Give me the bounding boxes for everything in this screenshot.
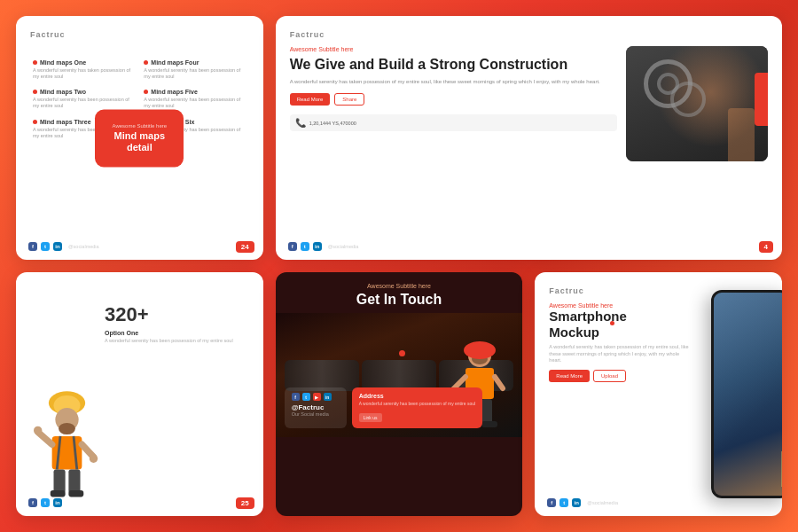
slide4-subtitle: Awesome Subtitle here	[290, 283, 509, 289]
center-title: Mind maps detail	[100, 129, 178, 153]
slide-number: 4	[759, 241, 773, 253]
slide-construction: Factruc Awesome Subtitle here We Give an…	[276, 16, 782, 260]
slide5-subtitle: Awesome Subtitle here	[549, 302, 692, 309]
map-title: Mind maps One	[33, 59, 135, 66]
svg-line-24	[495, 377, 503, 388]
svg-rect-9	[51, 490, 66, 497]
social-contact-card: f t ▶ in @Factruc Our Social media	[285, 387, 347, 428]
slide2-subtitle: Awesome Subtitle here	[290, 46, 617, 52]
slide-worker-stats: 320+ Option One A wonderful serenity has…	[16, 272, 263, 516]
slide-number: 25	[236, 497, 254, 509]
svg-rect-7	[54, 469, 66, 492]
phone-mockup	[711, 290, 782, 498]
linkedin-icon: in	[53, 498, 62, 507]
crane-silhouette	[781, 451, 782, 487]
button-group: Read More Share	[290, 93, 617, 106]
map-title: Mind maps Five	[144, 89, 246, 95]
share-button[interactable]: Share	[334, 93, 364, 106]
slide-smartphone: Factruc Awesome Subtitle here Smartphone…	[535, 272, 782, 516]
read-more-button[interactable]: Read More	[549, 370, 590, 382]
address-desc: A wonderful serenity has been possession…	[359, 401, 475, 407]
social-icons-row: f t in @socialmedia	[28, 242, 99, 251]
svg-point-14	[90, 454, 98, 462]
worker-silhouette	[728, 108, 755, 161]
social-icons-row: f t ▶ in	[292, 393, 340, 401]
phone-screen	[714, 293, 782, 496]
facebook-icon: f	[292, 393, 300, 401]
address-card: Address A wonderful serenity has been po…	[352, 387, 482, 428]
option-label: Option One	[105, 330, 254, 336]
social-icons-row: f t in @socialmedia	[547, 498, 618, 507]
map-desc: A wonderful serenity has been possession…	[33, 97, 135, 109]
social-sub: Our Social media	[292, 411, 340, 417]
svg-point-17	[464, 341, 496, 359]
construction-image	[626, 46, 768, 161]
facebook-icon: f	[288, 242, 297, 251]
map-desc: A wonderful serenity has taken possessio…	[33, 67, 135, 80]
twitter-icon: t	[559, 498, 568, 507]
slide-contact: Awesome Subtitle here Get In Touch	[276, 272, 523, 516]
list-item: Mind maps One A wonderful serenity has t…	[30, 57, 137, 82]
youtube-icon: ▶	[313, 393, 321, 401]
text-column: Awesome Subtitle here We Give and Build …	[290, 46, 617, 161]
list-item: Mind maps Four A wonderful serenity has …	[141, 57, 248, 82]
slide-mindmaps: Factruc Mind maps One A wonderful sereni…	[16, 16, 263, 260]
stats-text: 1,20,1444 YS,470000	[309, 121, 356, 126]
map-title: Mind maps Four	[144, 59, 246, 66]
option-desc: A wonderful serenity has been possession…	[105, 338, 254, 345]
twitter-icon: t	[41, 242, 50, 251]
image-inner	[626, 46, 768, 161]
linkedin-icon: in	[53, 242, 62, 251]
accent-rect	[755, 73, 768, 126]
facebook-icon: f	[28, 242, 37, 251]
big-number: 320+	[105, 303, 254, 326]
image-column	[626, 46, 768, 161]
svg-rect-10	[68, 490, 83, 497]
background-image: f t ▶ in @Factruc Our Social media Addre…	[276, 313, 523, 437]
linkedin-icon: in	[324, 393, 332, 401]
social-icons-row: f t in @socialmedia	[288, 242, 359, 251]
linkedin-icon: in	[313, 242, 322, 251]
pipe-1	[285, 360, 359, 391]
slide5-title: Smartphone Mockup	[549, 309, 692, 340]
read-more-button[interactable]: Read More	[290, 93, 331, 106]
svg-point-3	[59, 423, 75, 434]
slide2-logo: Factruc	[290, 30, 768, 39]
twitter-icon: t	[301, 242, 309, 251]
stats-bar: 📞 1,20,1444 YS,470000	[290, 114, 617, 131]
address-title: Address	[359, 393, 475, 399]
svg-rect-22	[481, 421, 497, 427]
slide1-logo: Factruc	[30, 30, 249, 39]
twitter-icon: t	[302, 393, 310, 401]
content-area: Awesome Subtitle here We Give and Build …	[290, 46, 768, 161]
slide2-title: We Give and Build a Strong Construction	[290, 56, 617, 73]
upload-button[interactable]: Upload	[593, 370, 626, 382]
center-subtitle: Awesome Subtitle here	[113, 122, 168, 128]
button-group: Read More Upload	[549, 370, 692, 382]
slide-number: 24	[236, 241, 254, 253]
twitter-icon: t	[41, 498, 50, 507]
phone-icon: 📞	[295, 118, 306, 128]
top-section: Awesome Subtitle here Get In Touch	[276, 272, 523, 313]
map-desc: A wonderful serenity has been possession…	[144, 67, 246, 80]
slide2-desc: A wonderful serenity has taken possessio…	[290, 78, 617, 86]
social-handle: @socialmedia	[328, 244, 359, 249]
pipe-2	[362, 360, 436, 391]
social-handle: @socialmedia	[587, 500, 618, 505]
social-handle: @socialmedia	[68, 242, 99, 251]
worker-figure	[34, 290, 105, 498]
slide5-desc: A wonderful serenity has taken possessio…	[549, 344, 692, 364]
social-icons-row: f t in	[28, 498, 62, 507]
accent-dot	[399, 350, 405, 356]
contact-box: f t ▶ in @Factruc Our Social media Addre…	[285, 387, 482, 428]
social-handle: @Factruc	[292, 403, 340, 411]
linkedin-icon: in	[572, 498, 581, 507]
facebook-icon: f	[547, 498, 556, 507]
facebook-icon: f	[28, 498, 37, 507]
map-title: Mind maps Two	[33, 89, 135, 95]
svg-point-12	[34, 426, 42, 434]
stats-area: 320+ Option One A wonderful serenity has…	[105, 303, 254, 345]
link-button[interactable]: Link us	[359, 413, 382, 422]
gear-shape-2	[670, 82, 706, 117]
svg-rect-8	[68, 469, 80, 492]
